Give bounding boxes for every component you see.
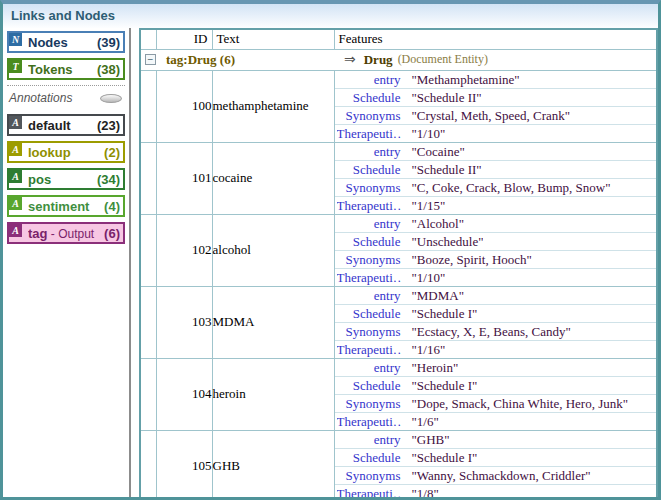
collapse-icon[interactable]: −	[145, 54, 156, 65]
feature-value: "Schedule I"	[401, 378, 478, 394]
feature-name: Schedule	[337, 450, 401, 466]
feature-name: Therapeuti…	[337, 126, 401, 142]
annotation-type-badge-icon: A	[9, 116, 22, 129]
annotation-type-badge-icon: A	[9, 170, 22, 183]
feature-line: Synonyms"Dope, Smack, China White, Hero,…	[335, 395, 657, 413]
feature-value: "Unschedule"	[401, 234, 484, 250]
entity-row[interactable]: 101cocaineentry"Cocaine"Schedule"Schedul…	[140, 142, 657, 214]
feature-line: Schedule"Schedule II"	[335, 89, 657, 107]
feature-value: "Alcohol"	[401, 216, 465, 232]
feature-line: Schedule"Schedule II"	[335, 161, 657, 179]
entity-row[interactable]: 104heroinentry"Heroin"Schedule"Schedule …	[140, 358, 657, 430]
feature-line: Therapeuti…"1/10"	[335, 125, 657, 142]
entity-text: heroin	[212, 358, 334, 430]
feature-line: Synonyms"Crystal, Meth, Speed, Crank"	[335, 107, 657, 125]
feature-name: entry	[337, 360, 401, 376]
entity-id: 102	[156, 214, 212, 286]
entity-id: 103	[156, 286, 212, 358]
feature-value: "C, Coke, Crack, Blow, Bump, Snow"	[401, 180, 611, 196]
feature-line: entry"Heroin"	[335, 359, 657, 377]
annotations-section-header: Annotations	[7, 85, 125, 110]
entity-row[interactable]: 105GHBentry"GHB"Schedule"Schedule I"Syno…	[140, 430, 657, 500]
feature-line: Synonyms"C, Coke, Crack, Blow, Bump, Sno…	[335, 179, 657, 197]
entity-id: 101	[156, 142, 212, 214]
feature-line: entry"GHB"	[335, 431, 657, 449]
entity-text: MDMA	[212, 286, 334, 358]
feature-line: Therapeuti…"1/6"	[335, 413, 657, 430]
entity-row[interactable]: 103MDMAentry"MDMA"Schedule"Schedule I"Sy…	[140, 286, 657, 358]
header-features: Features	[334, 29, 657, 49]
header-text: Text	[212, 29, 334, 49]
feature-name: Synonyms	[337, 252, 401, 268]
annotations-label: Annotations	[9, 91, 72, 105]
feature-value: "1/16"	[401, 342, 446, 358]
row-select-cell	[140, 430, 156, 500]
annotation-set-list: Adefault(23)Alookup(2)Apos(34)Asentiment…	[6, 114, 126, 244]
feature-name: Synonyms	[337, 468, 401, 484]
feature-value: "Schedule I"	[401, 450, 478, 466]
sidebar-item-lookup[interactable]: Alookup(2)	[7, 141, 125, 163]
row-select-cell	[140, 214, 156, 286]
group-title: tag:Drug (6)	[166, 52, 344, 68]
sidebar-top-items: NNodes(39)TTokens(38)	[6, 31, 126, 80]
entity-features: entry"MDMA"Schedule"Schedule I"Synonyms"…	[334, 286, 657, 358]
sidebar-item-label: default	[28, 118, 93, 133]
feature-line: Therapeuti…"1/10"	[335, 269, 657, 286]
feature-value: "Cocaine"	[401, 144, 465, 160]
feature-line: Schedule"Unschedule"	[335, 233, 657, 251]
feature-value: "Schedule II"	[401, 162, 482, 178]
feature-value: "Dope, Smack, China White, Hero, Junk"	[401, 396, 629, 412]
feature-line: Synonyms"Wanny, Schmackdown, Criddler"	[335, 467, 657, 485]
sidebar-item-suffix: - Output	[48, 227, 95, 241]
sidebar-item-label: lookup	[28, 145, 100, 160]
entity-id: 100	[156, 70, 212, 142]
row-select-cell	[140, 142, 156, 214]
group-target-note: (Document Entity)	[398, 52, 488, 67]
feature-name: entry	[337, 432, 401, 448]
sidebar-item-pos[interactable]: Apos(34)	[7, 168, 125, 190]
entity-text: GHB	[212, 430, 334, 500]
feature-name: Schedule	[337, 234, 401, 250]
arrow-right-icon: ⇒	[344, 51, 356, 68]
entity-row[interactable]: 100methamphetamineentry"Methamphetamine"…	[140, 70, 657, 142]
table-header-row: ID Text Features	[140, 29, 657, 49]
header-id: ID	[156, 29, 212, 49]
feature-line: Schedule"Schedule I"	[335, 449, 657, 467]
entity-text: methamphetamine	[212, 70, 334, 142]
feature-line: Therapeuti…"1/15"	[335, 197, 657, 214]
feature-name: entry	[337, 72, 401, 88]
feature-name: Therapeuti…	[337, 342, 401, 358]
sidebar: NNodes(39)TTokens(38) Annotations Adefau…	[3, 28, 131, 497]
entity-features: entry"Cocaine"Schedule"Schedule II"Synon…	[334, 142, 657, 214]
sidebar-item-label: tag - Output	[28, 226, 100, 241]
feature-line: Synonyms"Booze, Spirit, Hooch"	[335, 251, 657, 269]
sidebar-item-count: (6)	[104, 226, 120, 241]
entity-row[interactable]: 102alcoholentry"Alcohol"Schedule"Unsched…	[140, 214, 657, 286]
sidebar-item-sentiment[interactable]: Asentiment(4)	[7, 195, 125, 217]
panel-title: Links and Nodes	[3, 4, 658, 28]
feature-value: "1/15"	[401, 198, 446, 214]
feature-line: Schedule"Schedule I"	[335, 377, 657, 395]
row-select-cell	[140, 286, 156, 358]
feature-name: Synonyms	[337, 396, 401, 412]
sidebar-item-count: (23)	[97, 118, 120, 133]
sidebar-item-default[interactable]: Adefault(23)	[7, 114, 125, 136]
sidebar-item-count: (2)	[104, 145, 120, 160]
annotations-toggle[interactable]	[100, 94, 122, 103]
feature-line: Therapeuti…"1/8"	[335, 485, 657, 500]
sidebar-item-nodes[interactable]: NNodes(39)	[7, 31, 125, 53]
feature-name: Synonyms	[337, 108, 401, 124]
sidebar-item-count: (4)	[104, 199, 120, 214]
feature-line: Therapeuti…"1/16"	[335, 341, 657, 358]
sidebar-item-tag[interactable]: Atag - Output(6)	[7, 222, 125, 244]
feature-value: "Heroin"	[401, 360, 459, 376]
annotation-type-badge-icon: N	[9, 33, 22, 46]
feature-name: Therapeuti…	[337, 198, 401, 214]
feature-line: entry"Methamphetamine"	[335, 71, 657, 89]
feature-value: "1/10"	[401, 126, 446, 142]
annotation-type-badge-icon: A	[9, 143, 22, 156]
feature-value: "Ecstacy, X, E, Beans, Candy"	[401, 324, 571, 340]
sidebar-item-label: Tokens	[28, 62, 93, 77]
feature-value: "GHB"	[401, 432, 450, 448]
sidebar-item-tokens[interactable]: TTokens(38)	[7, 58, 125, 80]
